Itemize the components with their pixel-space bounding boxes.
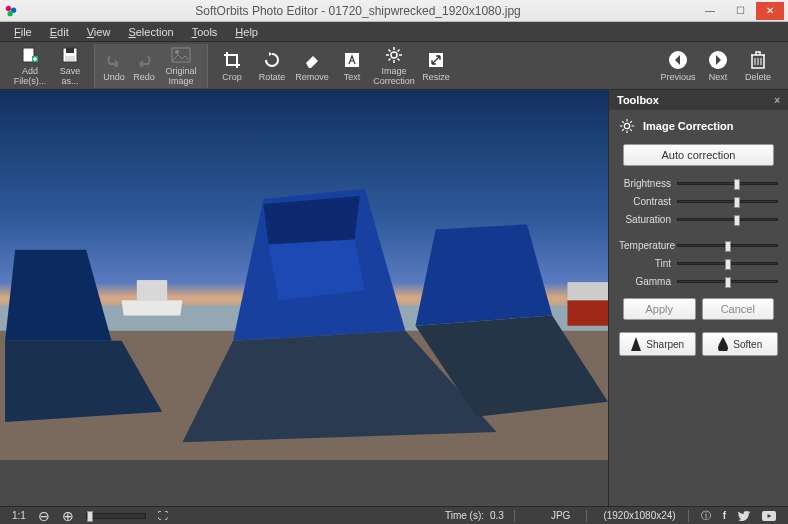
- previous-button[interactable]: Previous: [658, 44, 698, 88]
- zoom-in-button[interactable]: ⊕: [56, 511, 80, 521]
- trash-icon: [748, 50, 768, 70]
- menu-selection[interactable]: Selection: [120, 24, 181, 40]
- temperature-slider[interactable]: Temperature: [609, 236, 788, 254]
- svg-rect-7: [65, 56, 75, 61]
- resize-icon: [426, 50, 446, 70]
- text-button[interactable]: Text: [332, 44, 372, 88]
- menu-view[interactable]: View: [79, 24, 119, 40]
- redo-icon: [134, 50, 154, 70]
- time-value: 0.3: [490, 510, 504, 521]
- fit-button[interactable]: ⛶: [152, 510, 174, 521]
- statusbar: 1:1 ⊖ ⊕ ⛶ Time (s): 0.3 JPG (1920x1080x2…: [0, 506, 788, 524]
- crop-button[interactable]: Crop: [212, 44, 252, 88]
- redo-button[interactable]: Redo: [129, 44, 159, 88]
- sharpen-icon: [630, 337, 642, 351]
- cancel-button[interactable]: Cancel: [702, 298, 775, 320]
- tint-slider[interactable]: Tint: [609, 254, 788, 272]
- image-correction-button[interactable]: Image Correction: [372, 44, 416, 88]
- menu-file[interactable]: File: [6, 24, 40, 40]
- sun-icon: [384, 46, 404, 64]
- contrast-slider[interactable]: Contrast: [609, 192, 788, 210]
- svg-rect-18: [137, 280, 167, 300]
- titlebar: SoftOrbits Photo Editor - 01720_shipwrec…: [0, 0, 788, 22]
- minimize-button[interactable]: —: [696, 2, 724, 20]
- brightness-slider[interactable]: Brightness: [609, 174, 788, 192]
- soften-button[interactable]: Soften: [702, 332, 779, 356]
- apply-button[interactable]: Apply: [623, 298, 696, 320]
- svg-rect-6: [66, 48, 74, 53]
- close-button[interactable]: ✕: [756, 2, 784, 20]
- resize-button[interactable]: Resize: [416, 44, 456, 88]
- save-icon: [60, 46, 80, 64]
- youtube-icon[interactable]: [756, 511, 782, 521]
- svg-rect-19: [567, 282, 608, 300]
- gamma-slider[interactable]: Gamma: [609, 272, 788, 290]
- toolbox-section-title: Image Correction: [609, 110, 788, 140]
- twitter-icon[interactable]: [732, 511, 756, 521]
- time-label: Time (s):: [439, 510, 490, 521]
- saturation-slider[interactable]: Saturation: [609, 210, 788, 228]
- svg-point-0: [6, 5, 11, 10]
- save-as-button[interactable]: Save as...: [50, 44, 90, 88]
- maximize-button[interactable]: ☐: [726, 2, 754, 20]
- window-title: SoftOrbits Photo Editor - 01720_shipwrec…: [22, 4, 694, 18]
- sharpen-button[interactable]: Sharpen: [619, 332, 696, 356]
- image-canvas[interactable]: [0, 90, 608, 506]
- format-label: JPG: [545, 510, 576, 521]
- undo-button[interactable]: Undo: [99, 44, 129, 88]
- next-button[interactable]: Next: [698, 44, 738, 88]
- crop-icon: [222, 50, 242, 70]
- menubar: File Edit View Selection Tools Help: [0, 22, 788, 42]
- zoom-ratio[interactable]: 1:1: [6, 510, 32, 521]
- dimensions-label: (1920x1080x24): [597, 510, 681, 521]
- original-image-button[interactable]: Original Image: [159, 44, 203, 88]
- toolbox-header: Toolbox ×: [609, 90, 788, 110]
- menu-edit[interactable]: Edit: [42, 24, 77, 40]
- info-icon[interactable]: ⓘ: [695, 509, 717, 523]
- eraser-icon: [302, 50, 322, 70]
- facebook-icon[interactable]: f: [717, 510, 732, 521]
- add-file-icon: [20, 46, 40, 64]
- menu-help[interactable]: Help: [227, 24, 266, 40]
- add-files-button[interactable]: Add File(s)...: [10, 44, 50, 88]
- zoom-out-button[interactable]: ⊖: [32, 511, 56, 521]
- photo-content: [0, 90, 608, 460]
- sun-icon: [619, 118, 635, 134]
- soften-icon: [717, 337, 729, 351]
- svg-point-11: [391, 52, 397, 58]
- toolbox-close-icon[interactable]: ×: [774, 95, 780, 106]
- previous-icon: [668, 50, 688, 70]
- delete-button[interactable]: Delete: [738, 44, 778, 88]
- undo-icon: [104, 50, 124, 70]
- menu-tools[interactable]: Tools: [184, 24, 226, 40]
- auto-correction-button[interactable]: Auto correction: [623, 144, 774, 166]
- toolbox-panel: Toolbox × Image Correction Auto correcti…: [608, 90, 788, 506]
- svg-point-9: [175, 50, 179, 54]
- svg-rect-8: [172, 48, 190, 62]
- remove-button[interactable]: Remove: [292, 44, 332, 88]
- text-icon: [342, 50, 362, 70]
- next-icon: [708, 50, 728, 70]
- svg-point-20: [624, 123, 629, 128]
- rotate-icon: [262, 50, 282, 70]
- toolbar: Add File(s)... Save as... Undo Redo Orig…: [0, 42, 788, 90]
- app-icon: [4, 4, 18, 18]
- rotate-button[interactable]: Rotate: [252, 44, 292, 88]
- zoom-slider[interactable]: [86, 513, 146, 519]
- svg-point-2: [8, 11, 13, 16]
- image-icon: [171, 46, 191, 64]
